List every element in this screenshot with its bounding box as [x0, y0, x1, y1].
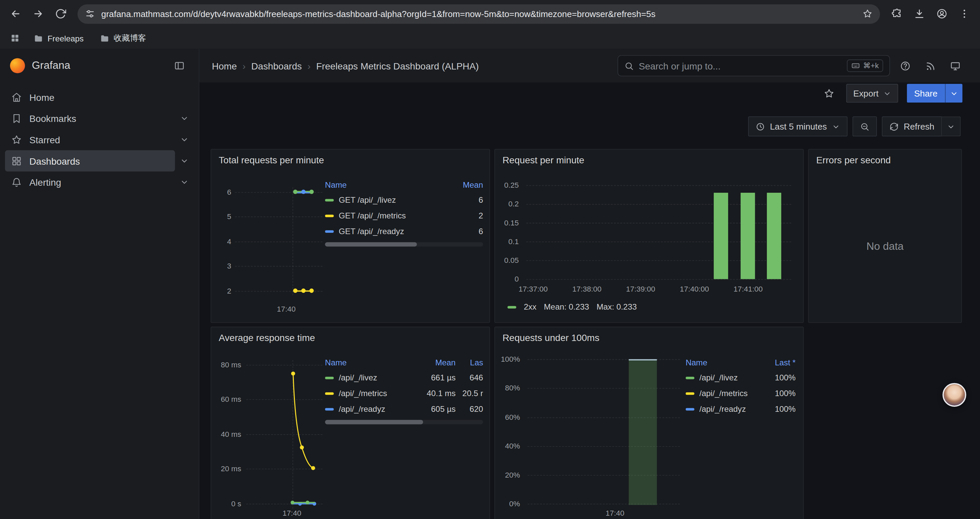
sidebar-item-alerting[interactable]: Alerting — [5, 171, 175, 193]
clock-icon — [756, 121, 765, 131]
news-button[interactable] — [920, 56, 940, 76]
expand-starred-button[interactable] — [175, 130, 194, 149]
y-tick: 4 — [216, 237, 231, 246]
series-name[interactable]: 2xx — [524, 302, 536, 311]
refresh-button[interactable]: Refresh — [882, 117, 942, 137]
back-button[interactable] — [5, 3, 26, 24]
series-swatch — [508, 306, 516, 308]
dashboard-actions: Export Share — [820, 84, 963, 102]
series-swatch — [686, 408, 694, 410]
refresh-split-button: Refresh — [882, 117, 961, 137]
legend-row[interactable]: /api/_/livez 661 µs 646 — [325, 370, 483, 385]
legend-row[interactable]: GET /api/_/metrics 2 — [325, 208, 483, 224]
url-bar[interactable]: grafana.mathmast.com/d/deytv4rwavabkb/fr… — [77, 4, 880, 23]
floating-assistant-avatar[interactable] — [943, 383, 966, 407]
sidebar-item-dashboards[interactable]: Dashboards — [5, 150, 175, 172]
panel-title[interactable]: Average response time — [219, 332, 315, 343]
sidebar-item-starred[interactable]: Starred — [5, 129, 175, 150]
extensions-button[interactable] — [886, 3, 908, 24]
share-button[interactable]: Share — [907, 84, 945, 102]
panel-total-requests: Total requests per minute 6 5 4 3 2 — [210, 149, 490, 323]
share-menu-button[interactable] — [945, 84, 963, 102]
bookmark-folder-blog[interactable]: 收藏博客 — [94, 30, 153, 46]
series-point — [301, 190, 305, 194]
series-swatch — [325, 199, 334, 201]
panel-title[interactable]: Request per minute — [502, 155, 584, 165]
breadcrumb: Home › Dashboards › Freeleaps Metrics Da… — [212, 61, 479, 71]
bell-icon — [11, 177, 22, 187]
time-range-picker[interactable]: Last 5 minutes — [748, 117, 848, 137]
legend-row[interactable]: /api/_/readyz 100% — [686, 401, 795, 417]
legend-row[interactable]: /api/_/metrics 40.1 ms 20.5 r — [325, 385, 483, 401]
gridline — [235, 266, 323, 267]
kebab-menu-icon — [959, 8, 970, 19]
expand-alerting-button[interactable] — [175, 172, 194, 192]
collapse-sidebar-button[interactable] — [170, 56, 189, 75]
browser-menu-button[interactable] — [954, 3, 975, 24]
downloads-button[interactable] — [908, 3, 930, 24]
legend-row[interactable]: GET /api/_/readyz 6 — [325, 224, 483, 239]
apps-shortcut-button[interactable] — [6, 29, 24, 47]
bar-under-100ms — [629, 359, 657, 505]
legend-row[interactable]: /api/_/readyz 605 µs 620 — [325, 401, 483, 417]
panel-title[interactable]: Requests under 100ms — [502, 332, 600, 343]
breadcrumb-dashboards[interactable]: Dashboards — [251, 61, 302, 71]
y-tick: 0.25 — [499, 181, 519, 190]
panel-title[interactable]: Errors per second — [816, 155, 891, 165]
zoom-out-button[interactable] — [853, 117, 877, 137]
shortcut-text: ⌘+k — [863, 61, 879, 70]
grafana-logo[interactable] — [10, 58, 25, 73]
legend-row[interactable]: /api/_/metrics 100% — [686, 385, 795, 401]
x-tick: 17:39:00 — [619, 285, 662, 294]
gridline — [527, 504, 680, 504]
export-button[interactable]: Export — [846, 84, 898, 102]
legend-col-name[interactable]: Name — [325, 358, 417, 367]
panel-title[interactable]: Total requests per minute — [219, 155, 324, 165]
legend-col-mean[interactable]: Mean — [445, 180, 483, 189]
legend-col-last[interactable]: Last * — [760, 358, 795, 367]
export-label: Export — [853, 88, 878, 98]
legend-row[interactable]: GET /api/_/livez 6 — [325, 192, 483, 208]
chevron-down-icon — [947, 122, 955, 130]
profile-button[interactable] — [931, 3, 953, 24]
help-button[interactable] — [895, 56, 915, 76]
legend-col-last[interactable]: Las — [456, 358, 483, 367]
monitor-icon — [950, 61, 960, 71]
site-settings-icon[interactable] — [85, 9, 95, 19]
legend-scrollbar[interactable] — [325, 242, 483, 246]
x-tick: 17:40:00 — [673, 285, 716, 294]
sidebar-item-home[interactable]: Home — [5, 86, 194, 108]
legend-col-name[interactable]: Name — [686, 358, 760, 367]
series-mean: 661 µs — [417, 373, 456, 382]
refresh-interval-button[interactable] — [942, 117, 961, 137]
legend-col-mean[interactable]: Mean — [417, 358, 456, 367]
app-header: Home › Dashboards › Freeleaps Metrics Da… — [199, 49, 980, 83]
search-input[interactable]: Search or jump to... ⌘+k — [617, 55, 890, 77]
forward-button[interactable] — [27, 3, 49, 24]
bookmark-star-icon[interactable] — [862, 9, 873, 19]
gridline — [527, 417, 680, 418]
nav-label: Starred — [29, 134, 60, 145]
bookmark-label: Freeleaps — [48, 34, 83, 43]
sidebar-item-bookmarks[interactable]: Bookmarks — [5, 107, 175, 129]
y-tick: 0% — [499, 499, 520, 508]
reload-button[interactable] — [50, 3, 72, 24]
legend-scrollbar[interactable] — [325, 420, 483, 424]
favorite-dashboard-button[interactable] — [820, 85, 838, 102]
bookmark-folder-freeleaps[interactable]: Freeleaps — [27, 30, 90, 46]
breadcrumb-home[interactable]: Home — [212, 61, 237, 71]
x-tick: 17:37:00 — [511, 285, 555, 294]
legend-header: Name Last * — [686, 355, 795, 370]
y-tick: 80 ms — [214, 360, 241, 369]
legend-row[interactable]: /api/_/livez 100% — [686, 370, 795, 385]
nav-label: Home — [29, 92, 54, 102]
series-point — [301, 289, 305, 293]
series-swatch — [325, 392, 334, 394]
series-last: 20.5 r — [456, 389, 483, 398]
kiosk-mode-button[interactable] — [945, 56, 965, 76]
expand-bookmarks-button[interactable] — [175, 109, 194, 128]
rss-icon — [924, 61, 935, 71]
y-tick: 0.2 — [499, 200, 519, 208]
legend-col-name[interactable]: Name — [325, 180, 445, 189]
expand-dashboards-button[interactable] — [175, 151, 194, 170]
